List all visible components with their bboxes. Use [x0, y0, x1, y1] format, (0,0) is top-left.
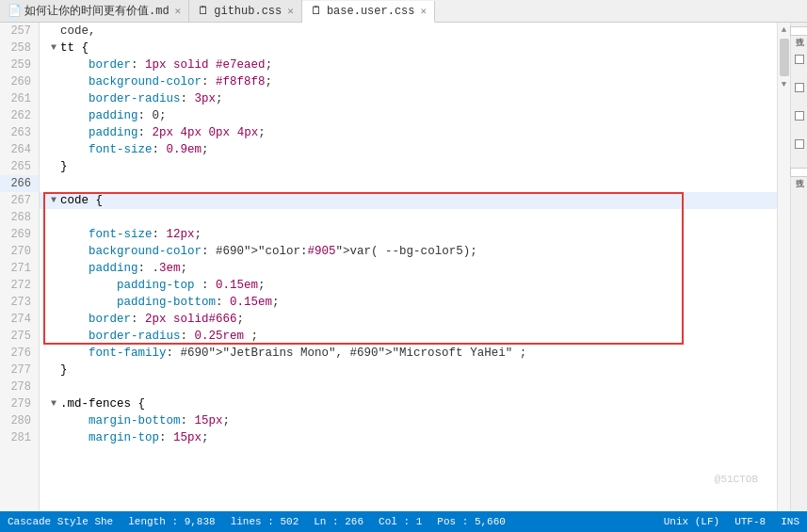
code-line-262[interactable]: padding: 0;	[40, 107, 777, 124]
line-num-260: 260	[0, 73, 39, 90]
status-pos: Pos : 5,660	[437, 516, 506, 527]
code-line-257[interactable]: code,	[40, 23, 777, 40]
code-line-278[interactable]	[40, 379, 777, 395]
checkbox-3[interactable]	[795, 111, 804, 121]
line-num-269: 269	[0, 226, 39, 243]
code-line-270[interactable]: background-color: #690">"color:#905">var…	[40, 243, 777, 260]
line-num-262: 262	[0, 107, 39, 124]
code-line-264[interactable]: font-size: 0.9em;	[40, 141, 777, 158]
code-content-262: padding: 0;	[60, 107, 167, 124]
code-line-274[interactable]: border: 2px solid#666;	[40, 311, 777, 328]
code-line-261[interactable]: border-radius: 3px;	[40, 90, 777, 107]
line-num-273: 273	[0, 294, 39, 311]
code-line-258[interactable]: ▼tt {	[40, 40, 777, 56]
line-num-276: 276	[0, 345, 39, 362]
find-button-2[interactable]: 查找	[790, 168, 807, 177]
code-content-264: font-size: 0.9em;	[60, 141, 209, 158]
line-num-259: 259	[0, 56, 39, 73]
code-line-273[interactable]: padding-bottom: 0.15em;	[40, 294, 777, 311]
code-line-272[interactable]: padding-top : 0.15em;	[40, 277, 777, 294]
code-line-277[interactable]: }	[40, 362, 777, 379]
checkbox-4[interactable]	[795, 139, 804, 149]
code-content-261: border-radius: 3px;	[60, 90, 223, 107]
status-right: Unix (LF) UTF-8 INS	[664, 516, 799, 527]
css-file-icon-1: 🗒	[197, 5, 210, 18]
code-line-276[interactable]: font-family: #690">"JetBrains Mono", #69…	[40, 345, 777, 362]
code-content-276: font-family: #690">"JetBrains Mono", #69…	[60, 345, 526, 362]
line-num-258: 258	[0, 40, 39, 56]
fold-marker-267[interactable]: ▼	[47, 192, 60, 209]
scrollbar-thumb[interactable]	[780, 39, 789, 76]
code-line-275[interactable]: border-radius: 0.25rem ;	[40, 328, 777, 345]
code-line-266[interactable]	[40, 175, 777, 192]
code-content-281: margin-top: 15px;	[60, 429, 209, 446]
code-line-260[interactable]: background-color: #f8f8f8;	[40, 73, 777, 90]
line-num-281: 281	[0, 429, 39, 446]
code-content-271: padding: .3em;	[60, 260, 187, 277]
line-num-268: 268	[0, 209, 39, 226]
code-line-269[interactable]: font-size: 12px;	[40, 226, 777, 243]
scrollbar-track[interactable]: ▲ ▼	[777, 23, 790, 511]
tab-github-css[interactable]: 🗒 github.css ✕	[189, 0, 302, 22]
line-num-277: 277	[0, 362, 39, 379]
tab-base-user-css-label: base.user.css	[327, 5, 415, 18]
code-content-272: padding-top : 0.15em;	[60, 277, 266, 294]
line-num-274: 274	[0, 311, 39, 328]
line-num-263: 263	[0, 124, 39, 141]
editor-container: 2572582592602612622632642652662672682692…	[0, 23, 807, 511]
line-num-267: 267	[0, 192, 39, 209]
status-col: Col : 1	[379, 516, 422, 527]
code-line-267[interactable]: ▼code {	[40, 192, 777, 209]
fold-marker-279[interactable]: ▼	[47, 395, 60, 412]
code-content-260: background-color: #f8f8f8;	[60, 73, 272, 90]
find-button-1[interactable]: 查找	[790, 26, 807, 36]
checkbox-2[interactable]	[795, 83, 804, 92]
status-mode: INS	[781, 516, 799, 527]
code-content-265: }	[60, 158, 68, 175]
watermark: @51CTOB	[715, 474, 758, 485]
tab-bar: 📄 如何让你的时间更有价值.md ✕ 🗒 github.css ✕ 🗒 base…	[0, 0, 807, 23]
code-area[interactable]: code,▼tt { border: 1px solid #e7eaed; ba…	[40, 23, 777, 511]
status-filetype: Cascade Style She	[8, 516, 113, 527]
code-line-279[interactable]: ▼.md-fences {	[40, 395, 777, 412]
code-line-268[interactable]	[40, 209, 777, 226]
code-line-271[interactable]: padding: .3em;	[40, 260, 777, 277]
tab-md-close[interactable]: ✕	[175, 5, 182, 17]
code-content-274: border: 2px solid#666;	[60, 311, 244, 328]
tab-github-css-close[interactable]: ✕	[287, 5, 294, 17]
scroll-down-btn[interactable]: ▼	[779, 79, 790, 90]
scroll-up-btn[interactable]: ▲	[779, 24, 790, 36]
code-line-259[interactable]: border: 1px solid #e7eaed;	[40, 56, 777, 73]
tab-md[interactable]: 📄 如何让你的时间更有价值.md ✕	[0, 0, 189, 22]
status-bar: Cascade Style She length : 9,838 lines :…	[0, 511, 807, 532]
line-num-280: 280	[0, 412, 39, 429]
code-content-269: font-size: 12px;	[60, 226, 202, 243]
checkbox-1[interactable]	[795, 55, 804, 64]
code-content-259: border: 1px solid #e7eaed;	[60, 56, 272, 73]
line-num-275: 275	[0, 328, 39, 345]
css-file-icon-2: 🗒	[310, 5, 323, 18]
code-content-270: background-color: #690">"color:#905">var…	[60, 243, 477, 260]
code-line-280[interactable]: margin-bottom: 15px;	[40, 412, 777, 429]
code-content-258: tt {	[60, 40, 89, 56]
line-num-278: 278	[0, 379, 39, 395]
status-ln: Ln : 266	[314, 516, 363, 527]
tab-base-user-css[interactable]: 🗒 base.user.css ✕	[302, 1, 435, 23]
status-lines: lines : 502	[231, 516, 299, 527]
code-content-267: code {	[60, 192, 103, 209]
code-content-257: code,	[60, 23, 96, 40]
fold-marker-258[interactable]: ▼	[47, 40, 60, 56]
code-line-281[interactable]: margin-top: 15px;	[40, 429, 777, 446]
line-num-257: 257	[0, 23, 39, 40]
code-line-263[interactable]: padding: 2px 4px 0px 4px;	[40, 124, 777, 141]
line-num-279: 279	[0, 395, 39, 412]
line-num-272: 272	[0, 277, 39, 294]
tab-md-label: 如何让你的时间更有价值.md	[24, 3, 169, 19]
code-line-265[interactable]: }	[40, 158, 777, 175]
status-length: length : 9,838	[128, 516, 215, 527]
tab-base-user-css-close[interactable]: ✕	[421, 5, 428, 17]
code-content-280: margin-bottom: 15px;	[60, 412, 230, 429]
status-eol[interactable]: Unix (LF)	[664, 516, 719, 527]
right-panel: 查找 查找	[790, 23, 807, 511]
status-encoding[interactable]: UTF-8	[734, 516, 766, 527]
